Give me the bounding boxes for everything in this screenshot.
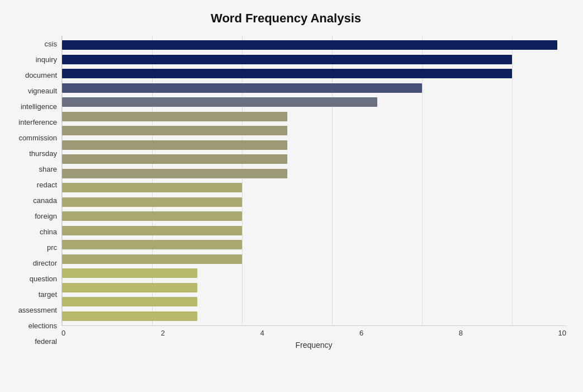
bar-row bbox=[62, 95, 566, 110]
y-label: share bbox=[39, 166, 57, 173]
y-label: director bbox=[33, 259, 57, 267]
bar-row bbox=[62, 238, 566, 252]
chart-container: Word Frequency Analysis csisinquirydocum… bbox=[0, 0, 583, 392]
bar bbox=[62, 97, 377, 107]
y-label: intelligence bbox=[21, 103, 57, 110]
x-tick: 2 bbox=[161, 329, 165, 337]
y-label: foreign bbox=[35, 212, 57, 220]
y-label: canada bbox=[33, 197, 57, 204]
bar bbox=[62, 69, 512, 78]
bar bbox=[62, 112, 287, 121]
y-label: china bbox=[40, 228, 57, 235]
bars-wrapper bbox=[62, 36, 566, 325]
bar-row bbox=[62, 266, 566, 281]
bar bbox=[62, 211, 242, 221]
y-label: prc bbox=[47, 244, 57, 251]
y-label: csis bbox=[45, 40, 57, 48]
y-label: vigneault bbox=[28, 87, 57, 95]
y-label: assessment bbox=[18, 306, 57, 314]
y-label: inquiry bbox=[36, 56, 57, 63]
y-label: document bbox=[25, 72, 57, 79]
bars-panel bbox=[61, 36, 566, 326]
bar bbox=[62, 126, 287, 135]
y-label: question bbox=[30, 275, 57, 282]
chart-title: Word Frequency Analysis bbox=[6, 11, 566, 26]
bar-row bbox=[62, 224, 566, 238]
bar bbox=[62, 183, 242, 192]
bar bbox=[62, 55, 512, 64]
bar bbox=[62, 83, 422, 93]
bar bbox=[62, 140, 287, 150]
y-label: commission bbox=[18, 134, 57, 141]
bar-row bbox=[62, 81, 566, 96]
y-label: elections bbox=[29, 322, 57, 329]
y-label: interference bbox=[18, 119, 57, 126]
bar bbox=[62, 40, 557, 50]
bar-row bbox=[62, 181, 566, 195]
y-axis: csisinquirydocumentvigneaultintelligence… bbox=[6, 36, 61, 350]
bar-row bbox=[62, 38, 566, 53]
bars-and-xaxis: 0246810 Frequency bbox=[61, 36, 566, 350]
x-tick: 0 bbox=[61, 329, 65, 337]
bar-row bbox=[62, 124, 566, 138]
bar bbox=[62, 297, 197, 306]
bar bbox=[62, 268, 197, 278]
chart-area: csisinquirydocumentvigneaultintelligence… bbox=[6, 36, 566, 350]
y-label: target bbox=[39, 291, 57, 298]
bar-row bbox=[62, 252, 566, 267]
x-axis: 0246810 bbox=[61, 326, 566, 337]
bar bbox=[62, 254, 242, 264]
bar-row bbox=[62, 167, 566, 181]
x-axis-label: Frequency bbox=[61, 341, 566, 350]
bar-row bbox=[62, 53, 566, 67]
bar-row bbox=[62, 195, 566, 210]
y-label: federal bbox=[35, 338, 57, 345]
bar bbox=[62, 226, 242, 235]
bar bbox=[62, 283, 197, 292]
bar-row bbox=[62, 152, 566, 167]
x-tick: 10 bbox=[558, 329, 566, 337]
bar bbox=[62, 240, 242, 249]
bar bbox=[62, 154, 287, 164]
bar-row bbox=[62, 295, 566, 309]
bar bbox=[62, 169, 287, 178]
bar-row bbox=[62, 281, 566, 295]
bar-row bbox=[62, 309, 566, 324]
bar-row bbox=[62, 138, 566, 153]
x-tick: 8 bbox=[459, 329, 463, 337]
x-tick: 4 bbox=[260, 329, 264, 337]
bar-row bbox=[62, 209, 566, 224]
bar-row bbox=[62, 67, 566, 81]
bar bbox=[62, 311, 197, 321]
x-tick: 6 bbox=[359, 329, 363, 337]
bar bbox=[62, 197, 242, 207]
y-label: thursday bbox=[29, 150, 57, 157]
y-label: redact bbox=[37, 181, 57, 188]
bar-row bbox=[62, 110, 566, 124]
